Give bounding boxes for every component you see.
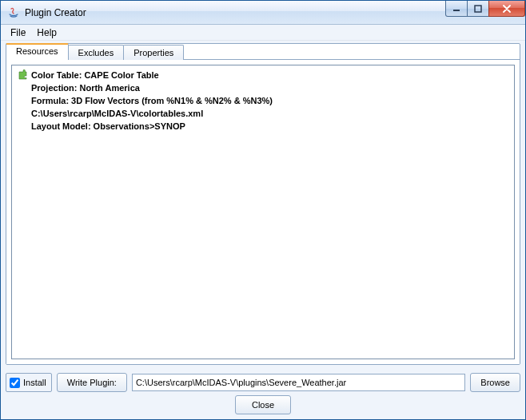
window-title: Plugin Creator xyxy=(25,7,86,18)
minimize-button[interactable] xyxy=(445,1,468,17)
plugin-icon xyxy=(17,69,28,81)
install-label: Install xyxy=(23,378,46,387)
list-item[interactable]: C:\Users\rcarp\McIDAS-V\colortables.xml xyxy=(17,107,509,120)
maximize-button[interactable] xyxy=(467,1,489,17)
plugin-creator-window: Plugin Creator File Help Resources Exclu… xyxy=(0,0,526,420)
plugin-path-input[interactable] xyxy=(132,374,465,391)
list-item[interactable]: Projection: North America xyxy=(17,81,509,94)
list-item[interactable]: Layout Model: Observations>SYNOP xyxy=(17,120,509,133)
window-controls xyxy=(446,1,525,17)
list-item[interactable]: Formula: 3D Flow Vectors (from %N1% & %N… xyxy=(17,94,509,107)
resources-list[interactable]: Color Table: CAPE Color Table Projection… xyxy=(11,65,515,359)
svg-rect-0 xyxy=(453,10,460,11)
write-plugin-button[interactable]: Write Plugin: xyxy=(57,373,127,392)
content-area: Resources Excludes Properties Color Tabl… xyxy=(1,41,525,368)
install-checkbox[interactable] xyxy=(10,378,20,388)
close-button[interactable]: Close xyxy=(235,395,291,414)
list-item-label: C:\Users\rcarp\McIDAS-V\colortables.xml xyxy=(31,109,203,118)
svg-rect-1 xyxy=(475,6,481,12)
close-window-button[interactable] xyxy=(488,1,525,17)
java-icon xyxy=(7,6,20,19)
menu-help[interactable]: Help xyxy=(32,26,62,40)
tab-container: Resources Excludes Properties Color Tabl… xyxy=(6,43,520,365)
tab-properties[interactable]: Properties xyxy=(123,45,184,60)
tab-body: Color Table: CAPE Color Table Projection… xyxy=(6,59,520,364)
tab-excludes[interactable]: Excludes xyxy=(68,45,125,60)
list-item-label: Layout Model: Observations>SYNOP xyxy=(31,121,185,131)
close-row: Close xyxy=(1,395,525,419)
menubar: File Help xyxy=(1,25,525,41)
tab-strip: Resources Excludes Properties xyxy=(6,43,520,60)
list-item-label: Formula: 3D Flow Vectors (from %N1% & %N… xyxy=(31,96,273,105)
list-item-label: Projection: North America xyxy=(31,83,140,93)
bottom-bar: Install Write Plugin: Browse xyxy=(1,368,525,395)
browse-button[interactable]: Browse xyxy=(470,373,520,392)
menu-file[interactable]: File xyxy=(6,26,30,40)
tab-resources[interactable]: Resources xyxy=(6,43,69,60)
titlebar[interactable]: Plugin Creator xyxy=(1,1,525,25)
list-item-label: Color Table: CAPE Color Table xyxy=(31,70,159,80)
list-item[interactable]: Color Table: CAPE Color Table xyxy=(17,69,509,81)
install-checkbox-wrap[interactable]: Install xyxy=(6,373,52,392)
